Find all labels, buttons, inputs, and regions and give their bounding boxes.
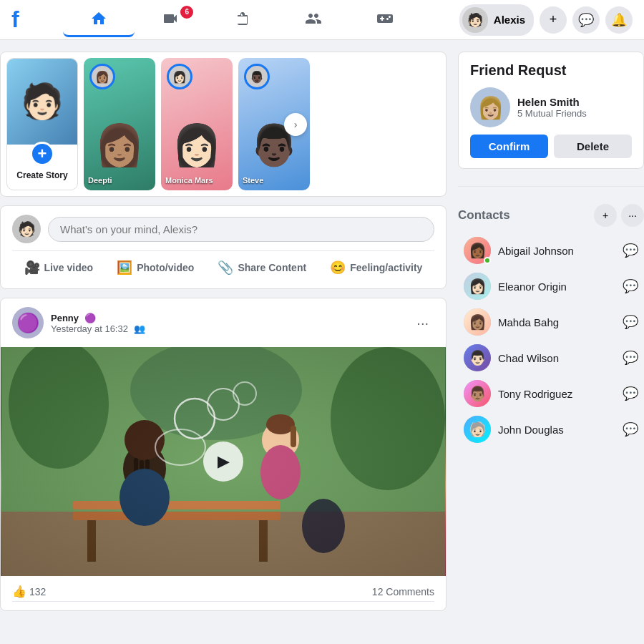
audience-icon: 👥 [134,323,145,334]
contact-emoji-0: 👩🏾 [469,242,487,259]
contacts-add-button[interactable]: + [594,204,617,227]
story-monica[interactable]: 👩🏻 👩🏻 Monica Mars [161,58,233,190]
photo-video-button[interactable]: 🖼️ Photo/video [108,255,203,280]
contact-name-2: Mahda Bahg [498,316,615,328]
bell-icon: 🔔 [611,12,627,28]
feeling-activity-label: Feeling/activity [350,262,422,273]
post-reactions: 👍 132 [12,585,46,598]
post-author-avatar: 🟣 [12,307,44,338]
contact-avatar-img-5: 🧓🏻 [464,416,491,443]
nav-groups-button[interactable] [278,3,349,37]
create-story-label: Create Story [16,170,67,180]
contact-emoji-5: 🧓🏻 [469,421,487,438]
likes-count: 132 [29,586,46,597]
story-next-arrow[interactable]: › [284,113,307,136]
contact-item[interactable]: 👩🏾 Abigail Johnson 💬 [458,233,644,268]
contact-emoji-2: 👩🏽 [469,313,487,331]
contact-msg-icon-5: 💬 [623,421,638,437]
post-footer: 👍 132 12 Comments [1,576,446,610]
contact-item[interactable]: 🧓🏻 John Douglas 💬 [458,411,644,447]
add-icon: + [550,12,557,27]
contact-emoji-1: 👩🏻 [469,278,487,295]
friend-request-card: Friend Requst 👩🏼 Helen Smith 5 Mutual Fr… [458,52,644,169]
logo: f [11,6,19,33]
contact-item[interactable]: 👩🏽 Mahda Bahg 💬 [458,304,644,340]
contact-msg-icon-0: 💬 [623,243,638,258]
feeling-icon: 😊 [330,260,346,275]
create-story-card[interactable]: 🧑🏻 + Create Story [6,58,78,190]
fr-name: Helen Smith [517,96,632,108]
story-deepti-name: Deepti [88,176,151,185]
contact-avatar-2: 👩🏽 [464,308,491,336]
feeling-activity-button[interactable]: 😊 Feeling/activity [321,255,431,280]
contact-item[interactable]: 👨🏻 Chad Wilson 💬 [458,340,644,376]
nav-messenger-button[interactable]: 💬 [572,6,600,34]
post-more-button[interactable]: ··· [411,312,434,334]
contact-msg-icon-4: 💬 [623,386,638,401]
contacts-header: Contacts + ··· [458,204,644,227]
confirm-button[interactable]: Confirm [470,135,548,158]
like-reaction-icon: 👍 [12,585,26,598]
contact-msg-icon-1: 💬 [623,278,638,294]
nav-right: 🧑🏻 Alexis + 💬 🔔 [459,4,633,36]
contacts-more-button[interactable]: ··· [621,204,644,227]
nav-home-button[interactable] [63,3,135,37]
story-monica-name: Monica Mars [165,176,228,185]
post-timestamp: Yesterday at 16:32 [51,323,128,334]
story-deepti[interactable]: 👩🏽 👩🏽 Deepti [84,58,155,190]
contact-item[interactable]: 👩🏻 Eleanor Origin 💬 [458,268,644,304]
nav-add-button[interactable]: + [540,6,567,34]
post-actions: 🎥 Live video 🖼️ Photo/video 📎 Share Cont… [12,255,434,280]
story-create-bg: 🧑🏻 [7,59,77,145]
comments-count: 12 Comments [372,586,434,597]
story-deepti-avatar: 👩🏽 [89,64,115,89]
contact-avatar-1: 👩🏻 [464,273,491,300]
contacts-title: Contacts [458,208,510,223]
contact-name-1: Eleanor Origin [498,280,615,293]
contact-emoji-4: 👨🏽 [469,385,487,402]
post-input[interactable] [48,217,434,242]
photo-icon: 🖼️ [117,260,132,275]
live-video-icon: 🎥 [24,260,40,275]
contact-avatar-5: 🧓🏻 [464,416,491,443]
story-steve-name: Steve [243,176,306,185]
story-steve-avatar: 👨🏿 [244,64,270,89]
live-video-label: Live video [44,262,93,273]
section-divider [458,186,644,187]
nav-user-name: Alexis [494,14,525,26]
online-dot-0 [484,257,491,264]
contact-item[interactable]: 👨🏽 Tony Rodriguez 💬 [458,376,644,411]
post-box: 🧑🏻 🎥 Live video 🖼️ Photo/video 📎 Share C… [0,205,447,289]
notification-badge: 6 [180,6,193,19]
post-meta: Yesterday at 16:32 👥 [51,323,404,334]
friend-request-title: Friend Requst [470,62,632,79]
contact-avatar-0: 👩🏾 [464,237,491,264]
nav-user-button[interactable]: 🧑🏻 Alexis [459,4,534,36]
story-create-bottom: + Create Story [14,145,70,190]
play-button[interactable]: ▶ [203,441,243,482]
contact-emoji-3: 👨🏻 [469,349,487,366]
post-author-info: Penny 🟣 Yesterday at 16:32 👥 [51,311,404,334]
photo-video-label: Photo/video [137,262,194,273]
post-box-top: 🧑🏻 [12,215,434,243]
contact-avatar-4: 👨🏽 [464,380,491,407]
post-stats: 👍 132 12 Comments [12,582,434,602]
contact-avatar-img-4: 👨🏽 [464,380,491,407]
live-video-button[interactable]: 🎥 Live video [16,255,102,280]
share-content-button[interactable]: 📎 Share Content [209,255,315,280]
nav-marketplace-button[interactable] [206,3,278,37]
share-icon: 📎 [218,260,233,275]
contact-avatar-img-3: 👨🏻 [464,344,491,371]
nav-video-button[interactable]: 6 [135,3,206,37]
story-steve[interactable]: 👨🏿 👨🏿 Steve › [238,58,310,190]
delete-button[interactable]: Delete [554,135,632,158]
navbar: f 6 🧑🏻 Alexis + 💬 🔔 [0,0,644,40]
post-user-avatar: 🧑🏻 [12,215,41,243]
contact-avatar-img-1: 👩🏻 [464,273,491,300]
nav-bell-button[interactable]: 🔔 [605,6,633,34]
contact-name-0: Abigail Johnson [498,245,615,257]
contacts-list: 👩🏾 Abigail Johnson 💬 👩🏻 Eleanor Origin 💬… [458,233,644,447]
fr-info: Helen Smith 5 Mutual Friends [517,96,632,119]
author-badge: 🟣 [84,313,96,323]
nav-gaming-button[interactable] [349,3,421,37]
